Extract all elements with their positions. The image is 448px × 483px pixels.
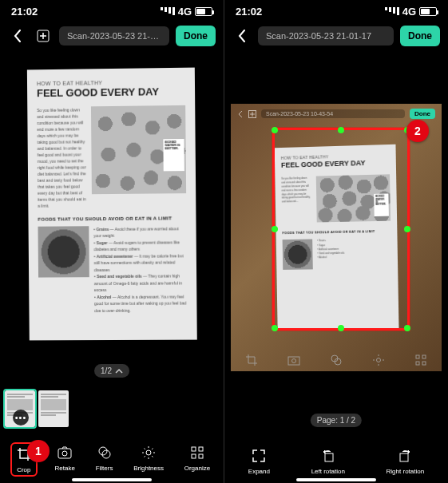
thumbnail-1[interactable]: ••• [5,390,35,427]
header: Scan-2023-05-23 21-01-17 Done [224,19,448,53]
crop-handle-bl[interactable] [272,325,278,331]
screen-editor: 21:02 4G Scan-2023-05-23 21-01-17 Done H… [0,0,224,483]
network-label: 4G [402,6,416,18]
right-rotation-label: Right rotation [387,468,425,475]
brightness-icon [140,444,157,461]
done-button[interactable]: Done [400,26,440,46]
right-rotation-button[interactable]: Right rotation [387,447,425,475]
svg-rect-6 [192,447,196,451]
document-title[interactable]: Scan-2023-05-23 21-01-17 [59,26,169,46]
doc-paragraph: So you like feeling down and stressed ab… [37,106,87,208]
organize-icon [414,354,427,366]
done-button[interactable]: Done [176,26,216,46]
left-rotation-button[interactable]: Left rotation [311,447,345,475]
back-button[interactable] [232,26,252,46]
svg-rect-1 [58,449,71,458]
annotation-badge-2: 2 [406,120,429,142]
doc-subheading: FOODS THAT YOU SHOULD AVOID OR EAT IN A … [38,216,186,222]
filters-button[interactable]: Filters [96,444,113,475]
home-indicator[interactable] [296,478,376,481]
home-indicator[interactable] [72,478,152,481]
crop-handle-r[interactable] [404,226,410,232]
crop-handle-br[interactable] [404,325,410,331]
svg-rect-20 [325,453,333,461]
chevron-left-icon [237,110,244,118]
svg-point-5 [146,450,151,455]
svg-rect-21 [400,453,408,461]
annotation-badge-1: 1 [27,440,50,462]
svg-rect-16 [416,355,419,358]
rotate-left-icon [319,447,337,465]
svg-rect-9 [199,454,203,458]
status-time: 21:02 [11,6,38,18]
back-button[interactable] [8,26,27,46]
page-indicator[interactable]: 1/2 [94,364,129,378]
svg-rect-19 [422,362,426,365]
doc-eyebrow: HOW TO EAT HEALTHY [37,79,185,86]
svg-rect-17 [422,355,426,358]
network-label: 4G [178,6,192,18]
add-page-icon [37,30,50,42]
filters-icon [96,444,113,461]
status-bar: 21:02 4G [0,0,224,19]
signal-icon [161,7,175,15]
status-time: 21:02 [236,6,262,18]
crop-rectangle[interactable] [272,128,410,331]
crop-handle-tl[interactable] [272,127,278,133]
svg-point-3 [99,447,107,455]
doc-bullets: • Grains — Avoid these if you are worrie… [93,225,187,314]
filters-icon [330,354,343,366]
scanned-page: HOW TO EAT HEALTHY FEEL GOOD EVERY DAY S… [27,68,197,341]
scan-preview[interactable]: HOW TO EAT HEALTHY FEEL GOOD EVERY DAY S… [28,69,196,340]
brightness-button[interactable]: Brightness [133,444,164,475]
add-page-button[interactable] [34,26,53,46]
doc-image-limes: BOXED WATER IS BETTER. [91,105,186,194]
organize-label: Organize [184,465,210,472]
page-indicator-label: Page: 1 / 2 [317,416,355,425]
status-bar: 21:02 4G [224,0,448,19]
organize-button[interactable]: Organize [184,444,210,475]
chevron-left-icon [238,30,246,42]
document-title[interactable]: Scan-2023-05-23 21-01-17 [258,26,394,46]
bottom-toolbar: Expand Left rotation Right rotation [224,447,448,475]
svg-point-4 [102,450,110,458]
thumbnail-strip: ••• [5,390,69,427]
page-indicator-label: 1/2 [101,366,112,375]
crop-icon [245,354,258,366]
crop-canvas[interactable]: Scan-2023-05-23 10-43-54 Done HOW TO EAT… [231,104,442,371]
camera-icon [287,354,300,366]
signal-icon [385,7,399,15]
retake-label: Retake [55,465,75,472]
retake-button[interactable]: Retake [55,444,75,475]
thumbnail-actions-button[interactable]: ••• [13,410,29,426]
organize-icon [188,444,206,461]
left-rotation-label: Left rotation [311,468,345,475]
svg-point-15 [376,358,380,362]
thumbnail-2[interactable] [38,390,69,427]
expand-button[interactable]: Expand [248,447,270,475]
svg-rect-8 [192,454,196,458]
svg-point-2 [62,451,67,456]
inner-done: Done [410,109,435,119]
doc-image-tea [38,226,89,277]
svg-rect-7 [199,447,203,451]
crop-label: Crop [17,466,30,473]
expand-icon [250,447,268,465]
screen-crop: 21:02 4G Scan-2023-05-23 21-01-17 Done S… [224,0,448,483]
expand-label: Expand [248,468,270,475]
svg-point-12 [292,359,296,363]
rotate-right-icon [396,447,414,465]
crop-handle-t[interactable] [338,127,344,133]
battery-icon [195,7,212,16]
filters-label: Filters [96,465,113,472]
header: Scan-2023-05-23 21-01-17 Done [0,19,224,53]
inner-toolbar [231,354,442,366]
inner-title: Scan-2023-05-23 10-43-54 [261,109,405,118]
camera-icon [56,444,73,461]
doc-title: FEEL GOOD EVERY DAY [37,86,185,99]
inner-header: Scan-2023-05-23 10-43-54 Done [237,109,435,119]
crop-handle-l[interactable] [272,226,278,232]
crop-handle-b[interactable] [338,325,344,331]
page-indicator: Page: 1 / 2 [311,414,362,427]
chevron-up-icon [115,367,123,375]
